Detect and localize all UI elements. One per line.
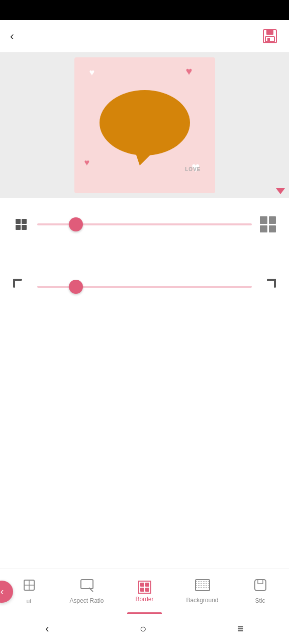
nav-item-border[interactable]: Border xyxy=(116,569,173,614)
aspect-ratio-label: Aspect Ratio xyxy=(69,597,104,604)
svg-rect-15 xyxy=(255,580,266,591)
cutout-icon xyxy=(22,578,36,596)
save-button[interactable] xyxy=(261,27,279,45)
header: ‹ xyxy=(0,20,289,52)
svg-rect-9 xyxy=(81,580,93,589)
border-width-thumb[interactable] xyxy=(69,217,83,231)
sticker-icon xyxy=(254,579,267,595)
nav-item-aspect-ratio[interactable]: Aspect Ratio xyxy=(58,569,116,614)
svg-marker-5 xyxy=(135,150,155,166)
sticker-label: Stic xyxy=(255,597,265,604)
system-home-button[interactable]: ○ xyxy=(140,622,146,635)
border-icon xyxy=(138,581,151,594)
border-radius-min-icon xyxy=(10,276,32,298)
svg-rect-10 xyxy=(196,580,210,591)
background-label: Background xyxy=(186,597,218,604)
cutout-label: ut xyxy=(26,598,31,605)
system-nav: ‹ ○ ≡ xyxy=(0,614,289,644)
svg-rect-3 xyxy=(267,38,270,41)
border-label: Border xyxy=(135,596,153,603)
border-radius-slider-section xyxy=(0,261,289,308)
system-back-button[interactable]: ‹ xyxy=(45,622,49,635)
back-button[interactable]: ‹ xyxy=(10,29,14,43)
dropdown-arrow[interactable] xyxy=(276,188,285,194)
nav-item-background[interactable]: Background xyxy=(173,569,231,614)
image-container: ♥ ♥ ♥ ♥ LOVE xyxy=(74,57,215,193)
border-width-slider-section xyxy=(0,198,289,246)
border-width-max-icon xyxy=(257,213,279,235)
border-radius-track[interactable] xyxy=(37,282,252,292)
bottom-nav: ‹ ut Aspect Ratio xyxy=(0,569,289,614)
status-bar xyxy=(0,0,289,20)
border-width-track[interactable] xyxy=(37,219,252,229)
nav-item-sticker[interactable]: Stic xyxy=(231,569,289,614)
system-menu-button[interactable]: ≡ xyxy=(237,622,244,635)
border-radius-max-icon xyxy=(257,276,279,298)
svg-rect-16 xyxy=(258,580,263,584)
controls-area xyxy=(0,198,289,308)
border-radius-thumb[interactable] xyxy=(69,280,83,294)
chat-bubble xyxy=(89,70,200,181)
canvas-area: ♥ ♥ ♥ ♥ LOVE xyxy=(0,52,289,198)
svg-point-4 xyxy=(100,90,190,155)
border-width-min-icon xyxy=(10,213,32,235)
svg-rect-1 xyxy=(266,30,273,35)
aspect-ratio-icon xyxy=(80,579,94,595)
background-icon xyxy=(195,579,210,595)
